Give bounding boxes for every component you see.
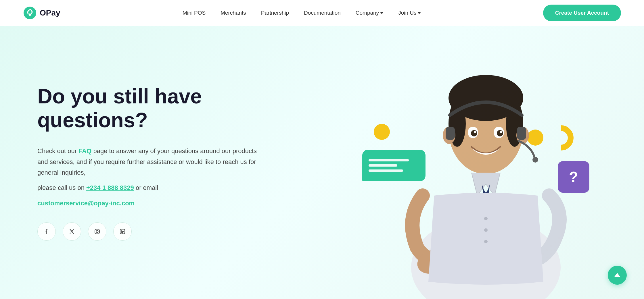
scroll-top-button[interactable] <box>608 266 627 285</box>
yellow-dot-left <box>374 124 390 140</box>
nav-link-mini-pos[interactable]: Mini POS <box>183 10 206 16</box>
nav-links: Mini POS Merchants Partnership Documenta… <box>183 10 421 16</box>
navbar: OPay Mini POS Merchants Partnership Docu… <box>0 0 644 26</box>
nav-item-mini-pos[interactable]: Mini POS <box>183 10 206 16</box>
nav-link-company[interactable]: Company <box>356 10 379 16</box>
nav-item-documentation[interactable]: Documentation <box>304 10 341 16</box>
nav-item-company[interactable]: Company <box>356 10 383 16</box>
linkedin-icon <box>119 228 126 235</box>
instagram-button[interactable] <box>88 222 106 241</box>
create-account-button[interactable]: Create User Account <box>543 5 621 21</box>
hero-body-part3: please call us on <box>37 184 86 191</box>
svg-point-0 <box>24 7 36 19</box>
logo-text: OPay <box>40 8 60 18</box>
svg-point-27 <box>484 228 488 232</box>
svg-point-23 <box>474 131 476 133</box>
opay-logo-icon <box>23 6 37 20</box>
hero-content: Do you still have questions? Check out o… <box>37 84 273 241</box>
hero-contact-line: please call us on +234 1 888 8329 or ema… <box>37 182 262 193</box>
nav-dropdown-company[interactable]: Company <box>356 10 383 16</box>
nav-dropdown-join-us[interactable]: Join Us <box>398 10 421 16</box>
svg-point-21 <box>471 130 477 136</box>
hero-body-part4: or email <box>134 184 158 191</box>
nav-item-partnership[interactable]: Partnership <box>261 10 289 16</box>
svg-point-24 <box>500 131 502 133</box>
nav-link-documentation[interactable]: Documentation <box>304 10 341 16</box>
svg-point-18 <box>532 157 538 163</box>
person-illustration <box>388 52 584 299</box>
instagram-icon <box>94 228 100 235</box>
nav-link-join-us[interactable]: Join Us <box>398 10 416 16</box>
svg-rect-17 <box>517 127 526 140</box>
chevron-down-icon <box>380 12 383 14</box>
svg-point-1 <box>29 13 31 16</box>
hero-body-part1: Check out our <box>37 147 78 155</box>
illustration-area: ? <box>348 40 607 299</box>
facebook-button[interactable] <box>37 222 56 241</box>
svg-point-4 <box>98 230 99 230</box>
chevron-down-icon-2 <box>418 12 421 14</box>
scroll-top-icon <box>614 273 620 277</box>
svg-point-28 <box>484 240 488 243</box>
faq-link[interactable]: FAQ <box>78 147 91 155</box>
svg-point-26 <box>484 217 488 220</box>
nav-item-merchants[interactable]: Merchants <box>221 10 246 16</box>
phone-link[interactable]: +234 1 888 8329 <box>86 184 134 191</box>
svg-rect-16 <box>446 127 455 140</box>
social-row <box>37 222 273 241</box>
svg-point-3 <box>96 231 98 233</box>
hero-body-text: Check out our FAQ page to answer any of … <box>37 146 262 178</box>
logo-link[interactable]: OPay <box>23 6 60 20</box>
nav-item-join-us[interactable]: Join Us <box>398 10 421 16</box>
facebook-icon <box>43 228 50 235</box>
svg-point-7 <box>121 230 122 231</box>
hero-section: Do you still have questions? Check out o… <box>0 26 644 299</box>
hero-title: Do you still have questions? <box>37 84 273 132</box>
svg-point-22 <box>497 130 503 136</box>
hero-email-line: customerservice@opay-inc.com <box>37 198 262 209</box>
nav-link-merchants[interactable]: Merchants <box>221 10 246 16</box>
linkedin-button[interactable] <box>113 222 132 241</box>
twitter-icon <box>69 228 75 235</box>
twitter-button[interactable] <box>63 222 81 241</box>
email-link[interactable]: customerservice@opay-inc.com <box>37 200 135 207</box>
nav-link-partnership[interactable]: Partnership <box>261 10 289 16</box>
